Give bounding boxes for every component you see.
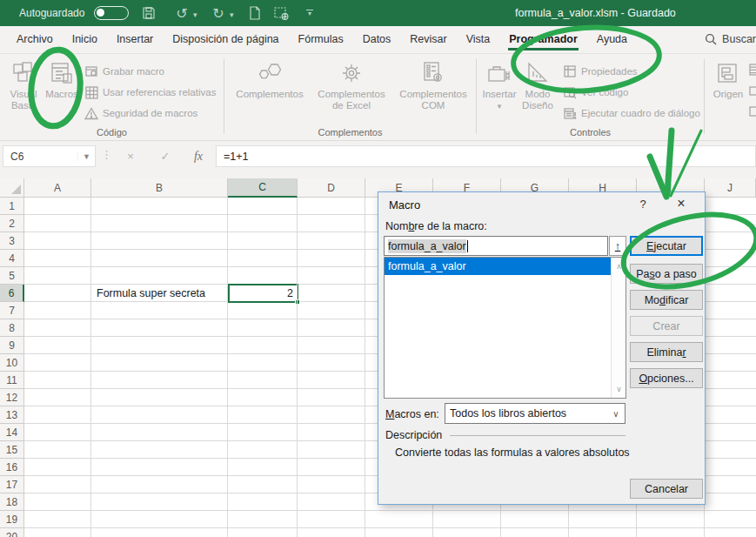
ribbon-group-xml: Origen: [705, 54, 756, 140]
scroll-up-icon[interactable]: ∧: [612, 259, 626, 273]
search-icon: [705, 33, 717, 45]
autosave-toggle[interactable]: [94, 6, 129, 20]
tab-datos[interactable]: Datos: [353, 26, 401, 53]
cell-B6[interactable]: Formula super secreta: [94, 285, 229, 302]
close-icon[interactable]: ×: [672, 196, 691, 211]
crear-button: Crear: [630, 316, 703, 336]
tab-ayuda[interactable]: Ayuda: [587, 26, 637, 53]
row-header-19[interactable]: 19: [0, 511, 24, 528]
ribbon-tab-row: ArchivoInicioInsertarDisposición de pági…: [0, 26, 756, 54]
name-box-dropdown-icon[interactable]: ▼: [77, 152, 95, 161]
macro-list-item[interactable]: formula_a_valor: [385, 258, 626, 275]
column-header-A[interactable]: A: [24, 178, 91, 198]
row-header-12[interactable]: 12: [0, 389, 24, 406]
tab-disposición-de-página[interactable]: Disposición de página: [163, 26, 288, 53]
row-header-20[interactable]: 20: [0, 528, 24, 537]
row-header-13[interactable]: 13: [0, 406, 24, 424]
descripcion-label: Descripción: [385, 429, 442, 441]
search-box[interactable]: Buscar: [705, 33, 756, 45]
complementos-com-button[interactable]: Complementos COM: [395, 59, 472, 111]
insert-function-icon[interactable]: fx: [186, 145, 211, 167]
complementos-button[interactable]: Complementos: [231, 59, 308, 100]
new-document-icon[interactable]: [245, 3, 264, 23]
select-all-corner[interactable]: [0, 178, 24, 198]
fill-handle[interactable]: [295, 299, 300, 305]
xml-small-icon[interactable]: [748, 63, 756, 77]
tab-programador[interactable]: Programador: [499, 26, 587, 53]
row-header-5[interactable]: 5: [0, 267, 24, 285]
column-header-D[interactable]: D: [298, 178, 365, 198]
grabar-macro-button[interactable]: Grabar macro: [84, 64, 164, 78]
codigo-group-label: Código: [0, 127, 224, 138]
column-header-B[interactable]: B: [91, 178, 228, 198]
ver-codigo-button[interactable]: Ver código: [563, 85, 628, 99]
cancelar-button[interactable]: Cancelar: [630, 479, 703, 499]
tab-vista[interactable]: Vista: [457, 26, 500, 53]
redo-dropdown-icon[interactable]: ▾: [230, 10, 234, 19]
list-scrollbar[interactable]: ∧ ∨: [611, 258, 626, 398]
toolbox-icon: [487, 59, 512, 85]
row-header-16[interactable]: 16: [0, 459, 24, 476]
row-header-3[interactable]: 3: [0, 232, 24, 250]
insertar-control-button[interactable]: Insertar ▾: [480, 59, 518, 112]
controles-group-label: Controles: [477, 127, 704, 138]
row-header-7[interactable]: 7: [0, 302, 24, 319]
formula-input[interactable]: =1+1: [216, 145, 756, 167]
xml-small-icon[interactable]: [748, 84, 756, 97]
usar-referencias-button[interactable]: Usar referencias relativas: [84, 85, 216, 99]
seguridad-macros-button[interactable]: Seguridad de macros: [84, 106, 197, 120]
help-button[interactable]: ?: [635, 198, 651, 211]
opciones-button[interactable]: Opciones...: [630, 368, 703, 388]
row-header-2[interactable]: 2: [0, 215, 24, 232]
complementos-excel-button[interactable]: Complementos de Excel: [311, 59, 391, 111]
row-header-4[interactable]: 4: [0, 250, 24, 267]
row-header-9[interactable]: 9: [0, 337, 24, 354]
row-header-6[interactable]: 6: [0, 285, 24, 302]
macro-name-label: Nombre de la macro:: [385, 220, 487, 232]
macro-name-input[interactable]: formula_a_valor: [384, 236, 608, 256]
tab-insertar[interactable]: Insertar: [107, 26, 163, 53]
row-header-11[interactable]: 11: [0, 372, 24, 389]
customize-qat-icon[interactable]: ▾: [300, 3, 319, 23]
row-header-17[interactable]: 17: [0, 476, 24, 493]
save-icon[interactable]: [139, 3, 158, 23]
cell-C6-selected[interactable]: 2: [228, 284, 298, 303]
visual-basic-button[interactable]: Visual Basic: [5, 59, 42, 111]
ejecutar-cuadro-button[interactable]: Ejecutar cuadro de diálogo: [563, 106, 700, 120]
name-box[interactable]: C6 ▼: [3, 145, 96, 167]
up-arrow-button[interactable]: ↑: [609, 236, 626, 256]
undo-icon[interactable]: ↺: [172, 3, 191, 23]
eliminar-button[interactable]: Eliminar: [630, 342, 703, 362]
ejecutar-button[interactable]: Ejecutar: [630, 236, 703, 256]
scroll-down-icon[interactable]: ∨: [612, 382, 626, 396]
redo-icon[interactable]: ↻: [209, 3, 228, 23]
row-header-14[interactable]: 14: [0, 424, 24, 441]
paso-a-paso-button[interactable]: Paso a paso: [630, 264, 703, 284]
tab-fórmulas[interactable]: Fórmulas: [289, 26, 353, 53]
tab-revisar[interactable]: Revisar: [400, 26, 456, 53]
modo-diseno-button[interactable]: Modo Diseño: [517, 59, 559, 111]
row-header-10[interactable]: 10: [0, 354, 24, 372]
xml-small-icon[interactable]: [748, 104, 756, 118]
gear-icon: [339, 59, 364, 85]
row-header-15[interactable]: 15: [0, 441, 24, 459]
row-header-18[interactable]: 18: [0, 493, 24, 511]
modificar-button[interactable]: Modificar: [630, 290, 703, 310]
undo-dropdown-icon[interactable]: ▾: [193, 10, 197, 19]
cancel-entry-icon[interactable]: ×: [118, 145, 143, 167]
tab-archivo[interactable]: Archivo: [7, 26, 63, 53]
autosave-label: Autoguardado: [19, 7, 84, 19]
tab-inicio[interactable]: Inicio: [63, 26, 107, 53]
row-header-8[interactable]: 8: [0, 319, 24, 337]
macros-en-dropdown[interactable]: Todos los libros abiertos ∨: [445, 403, 626, 424]
confirm-entry-icon[interactable]: ✓: [153, 145, 177, 167]
formula-bar-handle[interactable]: ⋮: [101, 148, 112, 161]
origen-button[interactable]: Origen: [710, 59, 746, 100]
macro-list[interactable]: formula_a_valor ∧ ∨: [384, 257, 626, 399]
column-header-C[interactable]: C: [228, 178, 298, 198]
column-header-J[interactable]: J: [705, 178, 756, 198]
propiedades-button[interactable]: Propiedades: [563, 64, 638, 78]
screenshot-icon[interactable]: [271, 3, 291, 23]
row-header-1[interactable]: 1: [0, 198, 24, 215]
macros-button[interactable]: Macros: [42, 59, 82, 100]
